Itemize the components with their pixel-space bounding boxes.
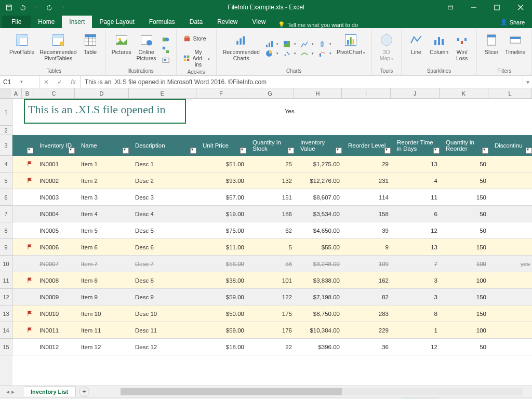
filter-button[interactable] [384,148,391,154]
filter-button[interactable] [482,148,488,154]
cell[interactable]: Item 11 [77,327,131,334]
col-header-K[interactable]: K [440,88,488,98]
cell[interactable]: yes [490,261,532,267]
cell[interactable]: IN0002 [35,178,77,184]
table-row[interactable]: IN0010Item 10Desc 10$50.00175$8,750.0028… [12,305,532,322]
cell[interactable]: 82 [344,294,393,300]
chart-bar-button[interactable] [263,39,281,49]
cell[interactable]: $12,276.00 [296,178,344,184]
cell[interactable]: 162 [344,277,393,284]
row-header-10[interactable]: 10 [0,256,12,272]
col-header-G[interactable]: G [246,88,294,98]
table-row[interactable]: IN0007Item 7Desc 7$56.0058$3,248.0010971… [12,256,532,272]
insert-function-button[interactable]: fx [66,76,80,88]
cell[interactable]: $59.00 [198,294,248,300]
cell[interactable]: IN0005 [35,228,77,234]
cell[interactable]: 50 [442,161,490,167]
chart-scatter-button[interactable] [281,49,298,58]
header-cell[interactable]: Quantity in Stock [248,135,296,156]
header-cell[interactable]: Reorder Level [344,135,393,156]
cell[interactable]: Desc 4 [131,211,198,217]
cell[interactable]: IN0010 [35,311,77,317]
filter-button[interactable] [27,148,33,154]
cell-grid[interactable]: This is an .XLS file opened inYesInvento… [12,99,532,385]
cell[interactable]: 8 [393,311,442,317]
row-header-9[interactable]: 9 [0,239,12,256]
cell[interactable]: 283 [344,311,393,317]
formula-input[interactable]: This is an .XLS file opened in Microsoft… [81,76,523,88]
cell[interactable]: IN0008 [35,277,77,284]
smartart-button[interactable] [159,45,172,55]
cell[interactable]: $3,534.00 [296,211,344,217]
cell[interactable]: 150 [442,244,490,250]
header-cell[interactable]: Inventory Value [296,135,344,156]
horizontal-scrollbar[interactable] [121,388,523,395]
cell[interactable]: 62 [248,228,296,234]
cell[interactable]: $51.00 [198,161,248,167]
cell[interactable]: Desc 10 [131,311,198,317]
save-button[interactable] [3,2,15,13]
cell[interactable]: 109 [344,261,393,267]
title-cell[interactable]: This is an .XLS file opened in [24,99,186,124]
sparkline-col-button[interactable]: Column [428,31,450,67]
cell[interactable]: $10,384.00 [296,327,344,334]
cell[interactable]: $55.00 [296,244,344,250]
tab-insert[interactable]: Insert [62,16,92,28]
cancel-formula-button[interactable]: ✕ [39,76,53,88]
cell[interactable]: $19.00 [198,211,248,217]
cell[interactable]: $8,607.00 [296,194,344,201]
undo-dropdown[interactable] [30,2,42,13]
timeline-button[interactable]: Timeline [503,31,527,67]
col-header-B[interactable]: B [22,88,33,98]
row-header-14[interactable]: 14 [0,322,12,339]
tell-me-search[interactable]: 💡Tell me what you want to do [273,21,363,28]
sheet-tab-active[interactable]: Inventory List [23,387,76,396]
tab-review[interactable]: Review [210,16,245,28]
header-cell[interactable]: Name [77,135,131,156]
cell[interactable]: Item 7 [77,261,131,267]
name-box[interactable]: C1▼ [0,76,39,88]
pivotchart-button[interactable]: PivotChart [335,31,367,67]
filter-button[interactable] [69,148,75,154]
enter-formula-button[interactable]: ✓ [53,76,66,88]
cell[interactable]: Item 1 [77,161,131,167]
pivottable-button[interactable]: PivotTable [7,31,36,67]
store-button[interactable]: Store [181,34,208,43]
row-header-2[interactable]: 2 [0,126,12,135]
table-row[interactable]: IN0002Item 2Desc 2$93.00132$12,276.00231… [12,172,532,189]
cell[interactable]: Desc 7 [131,261,198,267]
cell[interactable]: 3 [393,294,442,300]
table-row[interactable]: IN0006Item 6Desc 6$11.005$55.00913150 [12,239,532,256]
row-header-8[interactable]: 8 [0,222,12,239]
header-cell[interactable]: Description [131,135,198,156]
screenshot-button[interactable] [159,56,172,65]
chart-line-button[interactable] [298,39,316,49]
tab-home[interactable]: Home [31,16,62,28]
tab-formulas[interactable]: Formulas [142,16,182,28]
chart-stat-button[interactable] [316,39,334,49]
col-header-E[interactable]: E [129,88,196,98]
filter-button[interactable] [240,148,246,154]
redo-button[interactable] [44,2,55,13]
cell[interactable]: 50 [442,211,490,217]
online-pictures-button[interactable]: Online Pictures [135,31,158,67]
tab-page-layout[interactable]: Page Layout [92,16,141,28]
cell[interactable]: 186 [248,211,296,217]
row-header-4[interactable]: 4 [0,156,12,172]
cell[interactable]: Item 10 [77,311,131,317]
table-row[interactable]: IN0004Item 4Desc 4$19.00186$3,534.001586… [12,206,532,222]
cell[interactable]: 50 [442,344,490,350]
col-header-C[interactable]: C [33,88,75,98]
row-header-3[interactable]: 3 [0,135,12,156]
row-header-15[interactable]: 15 [0,339,12,355]
table-row[interactable]: IN0005Item 5Desc 5$75.0062$4,650.0039125… [12,222,532,239]
cell[interactable]: 5 [248,244,296,250]
slicer-button[interactable]: Slicer [481,31,502,67]
my-addins-button[interactable]: My Add-ins [181,48,212,68]
cell[interactable]: $3,838.00 [296,277,344,284]
cell[interactable]: 39 [344,228,393,234]
cell[interactable]: 100 [442,261,490,267]
table-row[interactable]: IN0001Item 1Desc 1$51.0025$1,275.0029135… [12,156,532,172]
chart-pie-button[interactable] [263,49,281,58]
row-header-11[interactable]: 11 [0,272,12,289]
